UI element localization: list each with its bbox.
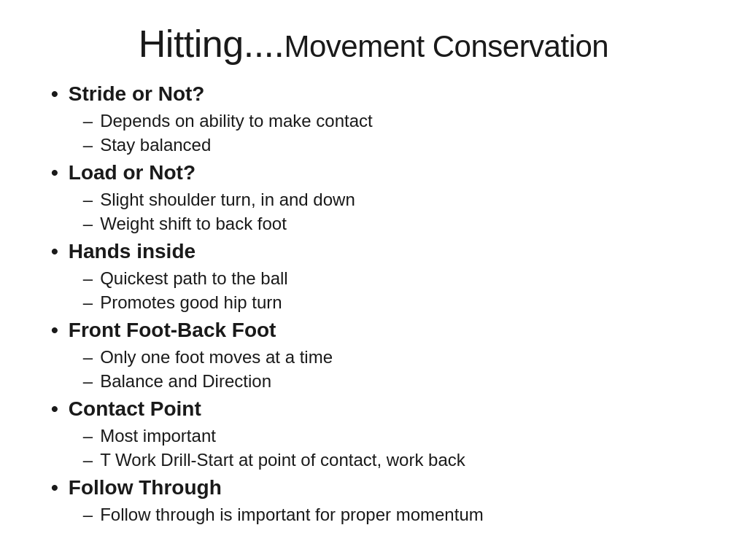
main-item-label: Stride or Not?: [69, 80, 373, 108]
title-part2: Movement Conservation: [284, 29, 608, 63]
sub-list: Most importantT Work Drill-Start at poin…: [69, 424, 465, 472]
main-list-item: Contact PointMost importantT Work Drill-…: [51, 395, 703, 472]
main-list-item: Load or Not?Slight shoulder turn, in and…: [51, 159, 703, 236]
main-item-label: Contact Point: [69, 395, 465, 423]
main-list-item: Stride or Not?Depends on ability to make…: [51, 80, 703, 158]
sub-list-item: Weight shift to back foot: [69, 211, 355, 236]
sub-list-item: T Work Drill-Start at point of contact, …: [69, 448, 465, 472]
main-content: Stride or Not?Depends on ability to make…: [44, 80, 703, 528]
title-part1: Hitting....: [139, 23, 285, 65]
page-title: Hitting....Movement Conservation: [139, 22, 608, 66]
sub-list-item: Stay balanced: [69, 133, 373, 158]
main-item-label: Load or Not?: [69, 159, 355, 187]
sub-list-item: Slight shoulder turn, in and down: [69, 187, 355, 212]
main-list: Stride or Not?Depends on ability to make…: [51, 80, 703, 526]
sub-list: Slight shoulder turn, in and downWeight …: [69, 187, 355, 236]
main-list-item: Front Foot-Back FootOnly one foot moves …: [51, 316, 703, 394]
sub-list-item: Balance and Direction: [69, 369, 333, 394]
sub-list-item: Most important: [69, 424, 465, 448]
sub-list-item: Follow through is important for proper m…: [69, 502, 484, 527]
sub-list-item: Only one foot moves at a time: [69, 345, 333, 370]
sub-list-item: Quickest path to the ball: [69, 266, 288, 291]
sub-list: Quickest path to the ballPromotes good h…: [69, 266, 288, 315]
sub-list: Depends on ability to make contactStay b…: [69, 109, 373, 158]
main-item-label: Hands inside: [69, 238, 288, 265]
sub-list: Only one foot moves at a timeBalance and…: [69, 345, 333, 394]
main-item-label: Front Foot-Back Foot: [69, 316, 333, 344]
sub-list-item: Promotes good hip turn: [69, 290, 288, 315]
sub-list: Follow through is important for proper m…: [69, 502, 484, 527]
main-list-item: Follow ThroughFollow through is importan…: [51, 474, 703, 526]
sub-list-item: Depends on ability to make contact: [69, 109, 373, 133]
main-item-label: Follow Through: [69, 474, 484, 502]
main-list-item: Hands insideQuickest path to the ballPro…: [51, 238, 703, 315]
